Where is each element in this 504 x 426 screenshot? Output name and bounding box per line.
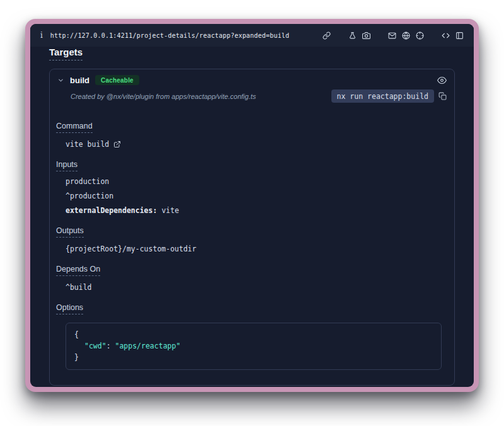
url-text: http://127.0.0.1:4211/project-details/re… bbox=[50, 32, 289, 39]
info-icon: i bbox=[40, 31, 43, 40]
inputs-list: production ^production externalDependenc… bbox=[56, 177, 442, 215]
options-json-block: { "cwd": "apps/reactapp" } bbox=[66, 323, 442, 370]
code-icon[interactable] bbox=[442, 32, 450, 40]
build-card-subheader: Created by @nx/vite/plugin from apps/rea… bbox=[50, 88, 454, 109]
section-label-options: Options bbox=[56, 303, 83, 314]
input-item: production bbox=[66, 177, 442, 186]
globe-icon[interactable] bbox=[402, 32, 410, 40]
eye-icon[interactable] bbox=[437, 76, 447, 85]
build-card-header: build Cacheable bbox=[50, 69, 454, 88]
titlebar-actions bbox=[323, 32, 464, 40]
flask-icon[interactable] bbox=[348, 32, 357, 40]
camera-icon[interactable] bbox=[362, 32, 370, 40]
external-deps-key: externalDependencies: bbox=[66, 206, 157, 215]
cacheable-badge: Cacheable bbox=[95, 75, 139, 85]
app-window: i http://127.0.0.1:4211/project-details/… bbox=[25, 19, 479, 392]
json-open-brace: { bbox=[74, 330, 433, 341]
run-command-chip: nx run reactapp:build bbox=[331, 89, 434, 103]
json-value-cwd: "apps/reactapp" bbox=[115, 342, 180, 350]
command-value-row: vite build bbox=[66, 140, 442, 149]
section-label-outputs: Outputs bbox=[56, 226, 84, 238]
sidebar-icon[interactable] bbox=[455, 32, 464, 40]
outputs-value: {projectRoot}/my-custom-outdir bbox=[66, 245, 442, 253]
link-icon[interactable] bbox=[323, 32, 331, 40]
crosshair-icon[interactable] bbox=[416, 32, 424, 40]
mail-icon[interactable] bbox=[388, 32, 396, 40]
depends-on-value: ^build bbox=[66, 283, 442, 292]
json-key-cwd: "cwd" bbox=[84, 342, 106, 350]
input-item-external-deps: externalDependencies: vite bbox=[66, 206, 442, 215]
json-close-brace: } bbox=[74, 352, 433, 364]
copy-icon[interactable] bbox=[438, 92, 447, 100]
browser-frame: i http://127.0.0.1:4211/project-details/… bbox=[30, 24, 474, 387]
project-details-content: Targets build Cacheable Created by @nx/v… bbox=[30, 47, 474, 387]
build-card-body: Command vite build Inputs production ^pr… bbox=[50, 109, 454, 385]
chevron-down-icon[interactable] bbox=[57, 77, 64, 84]
input-item: ^production bbox=[66, 192, 442, 200]
page-title: Targets bbox=[49, 47, 83, 60]
created-by-text: Created by @nx/vite/plugin from apps/rea… bbox=[71, 93, 256, 100]
section-label-command: Command bbox=[56, 122, 93, 133]
target-card-build: build Cacheable Created by @nx/vite/plug… bbox=[49, 69, 455, 386]
command-value: vite build bbox=[66, 140, 109, 149]
external-link-icon[interactable] bbox=[113, 141, 121, 148]
json-cwd-line: "cwd": "apps/reactapp" bbox=[74, 341, 433, 352]
target-name: build bbox=[70, 76, 89, 85]
json-separator: : bbox=[106, 342, 115, 350]
section-label-inputs: Inputs bbox=[56, 160, 77, 171]
section-label-depends-on: Depends On bbox=[56, 265, 100, 276]
titlebar: i http://127.0.0.1:4211/project-details/… bbox=[30, 24, 474, 47]
external-deps-value: vite bbox=[161, 206, 179, 215]
